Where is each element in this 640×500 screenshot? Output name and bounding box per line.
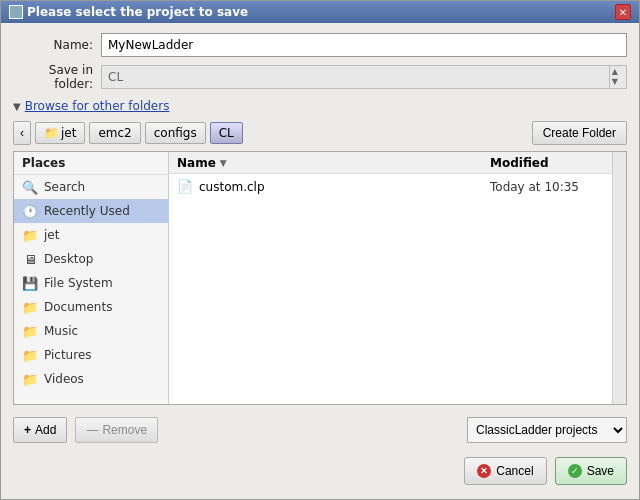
action-row: ✕ Cancel ✓ Save: [13, 453, 627, 491]
scrollbar[interactable]: [612, 152, 626, 404]
places-header: Places: [14, 152, 168, 175]
filesystem-icon: 💾: [22, 275, 38, 291]
recently-used-icon: 🕐: [22, 203, 38, 219]
browse-chevron-icon: ▼: [13, 101, 21, 112]
save-in-row: Save in folder: CL ▲ ▼: [13, 63, 627, 91]
add-icon: +: [24, 423, 31, 437]
places-label-videos: Videos: [44, 372, 84, 386]
places-item-jet[interactable]: 📁 jet: [14, 223, 168, 247]
back-button[interactable]: ‹: [13, 121, 31, 145]
pictures-icon: 📁: [22, 347, 38, 363]
places-label-search: Search: [44, 180, 85, 194]
folder-icon: 📁: [44, 126, 59, 140]
file-name: custom.clp: [199, 180, 265, 194]
remove-button[interactable]: — Remove: [75, 417, 158, 443]
places-item-recently-used[interactable]: 🕐 Recently Used: [14, 199, 168, 223]
places-label-pictures: Pictures: [44, 348, 92, 362]
sort-icon: ▼: [220, 158, 227, 168]
places-item-pictures[interactable]: 📁 Pictures: [14, 343, 168, 367]
cancel-label: Cancel: [496, 464, 533, 478]
col-name-header[interactable]: Name ▼: [169, 153, 482, 173]
create-folder-button[interactable]: Create Folder: [532, 121, 627, 145]
browse-label[interactable]: Browse for other folders: [25, 99, 170, 113]
dialog-icon: [9, 5, 23, 19]
filter-select[interactable]: ClassicLadder projectsAll files: [467, 417, 627, 443]
breadcrumb-jet[interactable]: 📁 jet: [35, 122, 85, 144]
bottom-row: + Add — Remove ClassicLadder projectsAll…: [13, 411, 627, 447]
col-modified-header: Modified: [482, 153, 612, 173]
places-label-jet: jet: [44, 228, 59, 242]
name-label: Name:: [13, 38, 93, 52]
file-name-cell: 📄 custom.clp: [169, 177, 482, 196]
save-button[interactable]: ✓ Save: [555, 457, 627, 485]
remove-icon: —: [86, 423, 98, 437]
close-button[interactable]: ✕: [615, 4, 631, 20]
places-pane: Places 🔍 Search 🕐 Recently Used 📁 jet 🖥 …: [14, 152, 169, 404]
places-item-search[interactable]: 🔍 Search: [14, 175, 168, 199]
dialog-title: Please select the project to save: [27, 5, 248, 19]
breadcrumb-emc2[interactable]: emc2: [89, 122, 140, 144]
places-item-music[interactable]: 📁 Music: [14, 319, 168, 343]
spinner-down[interactable]: ▼: [612, 77, 618, 87]
save-in-value: CL: [108, 70, 123, 84]
places-item-videos[interactable]: 📁 Videos: [14, 367, 168, 391]
places-item-desktop[interactable]: 🖥 Desktop: [14, 247, 168, 271]
cancel-button[interactable]: ✕ Cancel: [464, 457, 546, 485]
title-bar-left: Please select the project to save: [9, 5, 248, 19]
desktop-icon: 🖥: [22, 251, 38, 267]
save-icon: ✓: [568, 464, 582, 478]
name-input[interactable]: [101, 33, 627, 57]
files-header: Name ▼ Modified: [169, 152, 612, 174]
cancel-icon: ✕: [477, 464, 491, 478]
table-row[interactable]: 📄 custom.clp Today at 10:35: [169, 174, 612, 199]
browse-toggle[interactable]: ▼ Browse for other folders: [13, 97, 627, 115]
breadcrumb-configs[interactable]: configs: [145, 122, 206, 144]
toolbar-left: ‹ 📁 jet emc2 configs CL: [13, 121, 243, 145]
music-icon: 📁: [22, 323, 38, 339]
main-pane: Places 🔍 Search 🕐 Recently Used 📁 jet 🖥 …: [13, 151, 627, 405]
spinner-up[interactable]: ▲: [612, 67, 618, 77]
save-label: Save: [587, 464, 614, 478]
name-row: Name:: [13, 33, 627, 57]
dialog: Please select the project to save ✕ Name…: [0, 0, 640, 500]
places-label-documents: Documents: [44, 300, 112, 314]
places-label-music: Music: [44, 324, 78, 338]
places-item-filesystem[interactable]: 💾 File System: [14, 271, 168, 295]
title-bar: Please select the project to save ✕: [1, 1, 639, 23]
documents-icon: 📁: [22, 299, 38, 315]
toolbar-row: ‹ 📁 jet emc2 configs CL Create Folder: [13, 121, 627, 145]
remove-label: Remove: [102, 423, 147, 437]
dialog-content: Name: Save in folder: CL ▲ ▼ ▼ Browse fo…: [1, 23, 639, 499]
files-pane: Name ▼ Modified 📄 custom.clp Today at 10…: [169, 152, 612, 404]
file-icon: 📄: [177, 179, 193, 194]
breadcrumb-cl[interactable]: CL: [210, 122, 243, 144]
places-label-filesystem: File System: [44, 276, 113, 290]
add-button[interactable]: + Add: [13, 417, 67, 443]
videos-icon: 📁: [22, 371, 38, 387]
add-label: Add: [35, 423, 56, 437]
search-icon: 🔍: [22, 179, 38, 195]
jet-folder-icon: 📁: [22, 227, 38, 243]
places-label-desktop: Desktop: [44, 252, 94, 266]
places-item-documents[interactable]: 📁 Documents: [14, 295, 168, 319]
places-label-recently-used: Recently Used: [44, 204, 130, 218]
file-modified-cell: Today at 10:35: [482, 178, 612, 196]
save-in-label: Save in folder:: [13, 63, 93, 91]
